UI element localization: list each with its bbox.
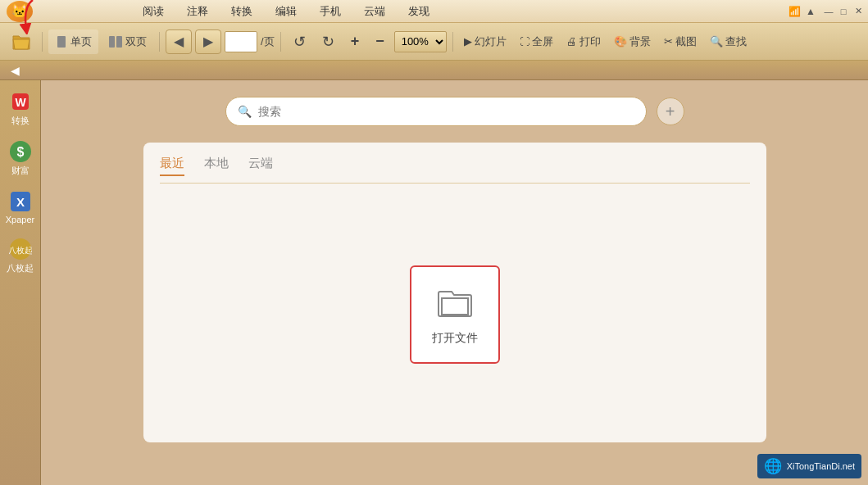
search-container: 🔍 + — [225, 97, 684, 126]
svg-text:X: X — [16, 195, 24, 209]
slideshow-icon: ▶ — [464, 35, 472, 48]
slideshow-button[interactable]: ▶ 幻灯片 — [459, 30, 511, 53]
minimize-button[interactable]: — — [822, 5, 835, 18]
undo-icon: ↺ — [293, 33, 306, 51]
folder-open-icon — [11, 33, 31, 51]
menu-item-annotate[interactable]: 注释 — [175, 0, 220, 23]
tab-local[interactable]: 本地 — [204, 156, 229, 176]
print-button[interactable]: 🖨 打印 — [561, 30, 606, 53]
zoom-select[interactable]: 100% 75% 125% 150% 200% — [394, 31, 447, 52]
open-folder-button[interactable] — [7, 29, 36, 54]
search-magnifier-icon: 🔍 — [238, 105, 252, 118]
sidebar-item-yiqi[interactable]: 八枚起 八枚起 — [2, 234, 39, 278]
main-layout: W 转换 $ 财富 X Xpaper — [0, 80, 868, 485]
tab-recent[interactable]: 最近 — [160, 156, 184, 176]
forward-button[interactable]: ▶ — [195, 29, 221, 54]
sidebar-item-money[interactable]: $ 财富 — [2, 137, 39, 180]
fullscreen-button[interactable]: ⛶ 全屏 — [515, 30, 558, 53]
screenshot-icon: ✂ — [664, 35, 673, 48]
status-icons: 📶 ▲ — [788, 6, 822, 17]
dual-page-button[interactable]: 双页 — [102, 29, 153, 54]
print-icon: 🖨 — [566, 35, 577, 48]
svg-text:八枚起: 八枚起 — [9, 246, 32, 255]
find-icon: 🔍 — [710, 35, 723, 48]
dual-page-icon — [108, 35, 123, 48]
redo-button[interactable]: ↻ — [316, 29, 341, 54]
svg-text:$: $ — [16, 145, 24, 159]
money-icon: $ — [9, 140, 32, 163]
fullscreen-icon: ⛶ — [520, 36, 529, 48]
close-button[interactable]: ✕ — [852, 5, 865, 18]
menu-bar: 🐱 阅读 注释 转换 编辑 手机 云端 发现 📶 ▲ — □ ✕ — [0, 0, 868, 23]
tab-cloud[interactable]: 云端 — [248, 156, 273, 176]
svg-text:W: W — [15, 96, 26, 109]
open-file-folder-icon — [435, 283, 475, 323]
separator-2 — [159, 32, 160, 52]
maximize-button[interactable]: □ — [837, 5, 850, 18]
background-icon: 🎨 — [614, 35, 627, 48]
file-grid: 打开文件 — [160, 200, 750, 429]
toolbar: 单页 双页 ◀ ▶ /页 ↺ ↻ + − 100% 75% 125% 150% … — [0, 23, 868, 61]
menu-item-cloud[interactable]: 云端 — [352, 0, 397, 23]
page-number-input[interactable] — [225, 31, 257, 52]
watermark: 🌐 XiTongTianDi.net — [757, 454, 861, 478]
separator-1 — [42, 32, 43, 52]
page-suffix-label: /页 — [261, 34, 275, 49]
zoom-in-button[interactable]: + — [344, 29, 366, 54]
zoom-out-icon: − — [375, 33, 384, 50]
separator-3 — [280, 32, 281, 52]
undo-button[interactable]: ↺ — [287, 29, 312, 54]
zoom-in-icon: + — [351, 33, 360, 50]
collapse-button[interactable]: ◀ — [7, 62, 23, 79]
menu-items: 阅读 注释 转换 编辑 手机 云端 发现 — [66, 0, 788, 23]
back-button[interactable]: ◀ — [166, 29, 192, 54]
watermark-globe-icon: 🌐 — [764, 457, 782, 475]
signal-icon: ▲ — [806, 6, 816, 17]
sidebar-item-convert[interactable]: W 转换 — [2, 87, 39, 130]
sub-bar: ◀ — [0, 61, 868, 80]
zoom-out-button[interactable]: − — [369, 29, 391, 54]
window-controls: — □ ✕ — [822, 5, 868, 18]
search-box: 🔍 — [225, 97, 647, 126]
menu-item-read[interactable]: 阅读 — [131, 0, 175, 23]
add-button[interactable]: + — [657, 97, 684, 125]
svg-rect-3 — [116, 36, 122, 48]
svg-rect-2 — [109, 36, 115, 48]
wifi-icon: 📶 — [788, 6, 801, 17]
convert-icon: W — [9, 90, 32, 113]
menu-item-edit[interactable]: 编辑 — [264, 0, 308, 23]
yiqi-icon: 八枚起 — [9, 238, 32, 261]
single-page-icon — [55, 35, 68, 48]
watermark-text: XiTongTianDi.net — [787, 461, 855, 471]
xpaper-icon: X — [9, 190, 32, 213]
sidebar: W 转换 $ 财富 X Xpaper — [0, 80, 41, 485]
menu-item-discover[interactable]: 发现 — [397, 0, 441, 23]
background-button[interactable]: 🎨 背景 — [609, 30, 656, 53]
search-input[interactable] — [258, 105, 634, 118]
file-panel: 最近 本地 云端 打开文件 — [143, 143, 766, 442]
separator-4 — [452, 32, 453, 52]
menu-item-mobile[interactable]: 手机 — [308, 0, 352, 23]
open-file-label: 打开文件 — [432, 331, 478, 346]
screenshot-button[interactable]: ✂ 截图 — [659, 30, 702, 53]
single-page-button[interactable]: 单页 — [48, 29, 98, 54]
menu-item-convert[interactable]: 转换 — [220, 0, 264, 23]
find-button[interactable]: 🔍 查找 — [705, 30, 752, 53]
app-logo: 🐱 — [7, 1, 33, 22]
sidebar-item-xpaper[interactable]: X Xpaper — [2, 187, 39, 228]
redo-icon: ↻ — [322, 33, 334, 51]
open-file-button[interactable]: 打开文件 — [410, 265, 500, 364]
svg-rect-1 — [57, 36, 66, 48]
tabs: 最近 本地 云端 — [160, 156, 750, 184]
content-area: 🔍 + 最近 本地 云端 — [41, 80, 868, 485]
